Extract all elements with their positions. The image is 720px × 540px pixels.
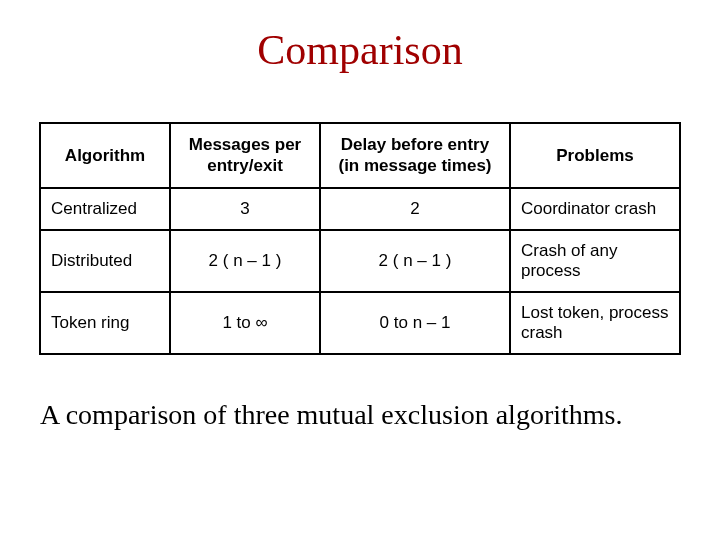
cell-delay: 2: [320, 188, 510, 230]
cell-problems: Coordinator crash: [510, 188, 680, 230]
col-header-messages: Messages per entry/exit: [170, 123, 320, 188]
comparison-table: Algorithm Messages per entry/exit Delay …: [39, 122, 681, 355]
slide-caption: A comparison of three mutual exclusion a…: [40, 399, 680, 431]
cell-messages: 1 to ∞: [170, 292, 320, 354]
table-row: Centralized 3 2 Coordinator crash: [40, 188, 680, 230]
col-header-algorithm: Algorithm: [40, 123, 170, 188]
col-header-problems: Problems: [510, 123, 680, 188]
cell-messages: 2 ( n – 1 ): [170, 230, 320, 292]
table-header-row: Algorithm Messages per entry/exit Delay …: [40, 123, 680, 188]
cell-delay: 0 to n – 1: [320, 292, 510, 354]
col-header-delay: Delay before entry (in message times): [320, 123, 510, 188]
table-row: Distributed 2 ( n – 1 ) 2 ( n – 1 ) Cras…: [40, 230, 680, 292]
cell-delay: 2 ( n – 1 ): [320, 230, 510, 292]
table-row: Token ring 1 to ∞ 0 to n – 1 Lost token,…: [40, 292, 680, 354]
slide: Comparison Algorithm Messages per entry/…: [0, 0, 720, 540]
cell-problems: Lost token, process crash: [510, 292, 680, 354]
cell-algorithm: Distributed: [40, 230, 170, 292]
slide-title: Comparison: [30, 26, 690, 74]
cell-messages: 3: [170, 188, 320, 230]
cell-algorithm: Centralized: [40, 188, 170, 230]
cell-problems: Crash of any process: [510, 230, 680, 292]
cell-algorithm: Token ring: [40, 292, 170, 354]
